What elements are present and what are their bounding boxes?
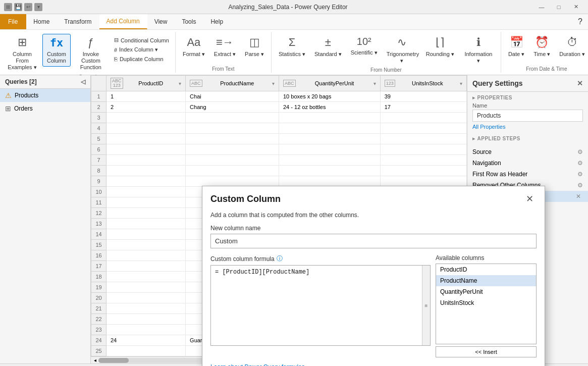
tab-add-column[interactable]: Add Column bbox=[99, 14, 147, 29]
statistics-button[interactable]: Σ Statistics ▾ bbox=[275, 34, 309, 60]
scroll-left-arrow[interactable]: ◂ bbox=[92, 357, 98, 363]
title-bar: ⊞ 💾 ↩ ▾ Analyzing_Sales_Data - Power Que… bbox=[0, 0, 588, 14]
all-properties-link[interactable]: All Properties bbox=[472, 124, 583, 130]
scientific-button[interactable]: 10² Scientific ▾ bbox=[347, 34, 382, 58]
help-icon-btn[interactable]: ? bbox=[573, 14, 588, 29]
available-cols-list[interactable]: ProductIDProductNameQuantityPerUnitUnits… bbox=[436, 264, 537, 344]
date-button[interactable]: 📅 Date ▾ bbox=[504, 34, 528, 60]
save-icon[interactable]: 💾 bbox=[14, 3, 22, 11]
parse-button[interactable]: ◫ Parse ▾ bbox=[241, 34, 268, 60]
step-item-source[interactable]: Source⚙ bbox=[467, 146, 588, 158]
minimize-button[interactable]: — bbox=[533, 2, 550, 12]
sidebar-collapse-btn[interactable]: ◁ bbox=[81, 78, 85, 85]
duration-label: Duration ▾ bbox=[559, 51, 585, 58]
rounding-icon: ⌊⌉ bbox=[436, 36, 445, 49]
properties-section: PROPERTIES Name All Properties bbox=[467, 92, 588, 133]
trig-icon: ∿ bbox=[397, 36, 406, 49]
tab-view[interactable]: View bbox=[147, 14, 175, 29]
sidebar-item-products[interactable]: ⚠ Products bbox=[0, 89, 90, 102]
modal-header: Custom Column ✕ bbox=[202, 186, 545, 207]
information-icon: ℹ bbox=[476, 36, 480, 49]
custom-column-button[interactable]: fx CustomColumn bbox=[42, 34, 71, 67]
parse-icon: ◫ bbox=[249, 36, 260, 49]
sidebar: Queries [2] ◁ ⚠ Products ⊞ Orders bbox=[0, 75, 91, 363]
step-gear-icon[interactable]: ⚙ bbox=[577, 148, 583, 155]
maximize-button[interactable]: □ bbox=[551, 2, 567, 12]
available-col-item-unitsinstock[interactable]: UnitsInStock bbox=[436, 297, 536, 308]
properties-title: PROPERTIES bbox=[472, 95, 583, 100]
rounding-button[interactable]: ⌊⌉ Rounding ▾ bbox=[422, 34, 458, 60]
step-item-navigation[interactable]: Navigation⚙ bbox=[467, 158, 588, 169]
orders-table-icon: ⊞ bbox=[5, 104, 11, 113]
modal-overlay: Custom Column ✕ Add a column that is com… bbox=[91, 75, 467, 355]
sidebar-item-orders[interactable]: ⊞ Orders bbox=[0, 102, 90, 115]
column-from-examples-button[interactable]: ⊞ Column FromExamples ▾ bbox=[3, 34, 41, 73]
formula-scroll-handle[interactable]: ≡ bbox=[422, 266, 430, 345]
scroll-thumb[interactable] bbox=[98, 358, 129, 363]
query-name-input[interactable] bbox=[472, 110, 583, 122]
app-icon: ⊞ bbox=[4, 3, 12, 11]
sidebar-title: Queries [2] bbox=[5, 78, 37, 85]
query-settings-close-btn[interactable]: ✕ bbox=[577, 79, 583, 87]
ribbon-group-from-number: Σ Statistics ▾ ± Standard ▾ 10² Scientif… bbox=[272, 32, 501, 73]
formula-editor[interactable]: = [ProductID][ProductName] bbox=[211, 266, 430, 345]
trigonometry-button[interactable]: ∿ Trigonometry ▾ bbox=[383, 34, 421, 66]
standard-icon: ± bbox=[325, 36, 331, 49]
ribbon-content: ⊞ Column FromExamples ▾ fx CustomColumn … bbox=[0, 29, 588, 75]
new-column-name-input[interactable] bbox=[210, 234, 537, 248]
index-column-button[interactable]: # Index Column ▾ bbox=[111, 45, 172, 54]
modal-footer-row: Learn about Power Query formulas bbox=[210, 363, 537, 366]
from-text-group-label: From Text bbox=[212, 65, 234, 73]
modal-close-button[interactable]: ✕ bbox=[523, 192, 537, 205]
window-controls: — □ ✕ bbox=[533, 2, 584, 12]
index-col-icon: # bbox=[114, 47, 117, 53]
ribbon: File Home Transform Add Column View Tool… bbox=[0, 14, 588, 75]
time-button[interactable]: ⏰ Time ▾ bbox=[529, 34, 554, 60]
learn-link[interactable]: Learn about Power Query formulas bbox=[210, 363, 305, 366]
formula-section: Custom column formula ⓘ = [ProductID][Pr… bbox=[210, 254, 537, 357]
duration-button[interactable]: ⏱ Duration ▾ bbox=[555, 34, 588, 60]
extract-label: Extract ▾ bbox=[214, 51, 236, 58]
available-col-item-quantityperunit[interactable]: QuantityPerUnit bbox=[436, 286, 536, 297]
invoke-custom-function-button[interactable]: ƒ Invoke CustomFunction bbox=[72, 34, 110, 73]
scientific-label: Scientific ▾ bbox=[351, 49, 378, 56]
tab-transform[interactable]: Transform bbox=[57, 14, 99, 29]
available-col-item-productid[interactable]: ProductID bbox=[436, 264, 536, 275]
insert-button[interactable]: << Insert bbox=[436, 346, 537, 357]
tab-home[interactable]: Home bbox=[26, 14, 57, 29]
custom-column-icon: fx bbox=[50, 36, 64, 49]
applied-steps-title: APPLIED STEPS bbox=[472, 136, 583, 141]
products-warn-icon: ⚠ bbox=[5, 91, 12, 99]
formula-info-icon[interactable]: ⓘ bbox=[277, 254, 283, 263]
available-col-item-productname[interactable]: ProductName bbox=[436, 275, 536, 286]
formula-editor-wrap: = [ProductID][ProductName] ≡ bbox=[210, 265, 431, 346]
extract-icon: ≡→ bbox=[216, 36, 234, 49]
step-label: Navigation bbox=[472, 160, 577, 167]
applied-steps-section: APPLIED STEPS bbox=[467, 133, 588, 146]
step-delete-icon[interactable]: ✕ bbox=[576, 193, 581, 200]
step-gear-icon[interactable]: ⚙ bbox=[577, 171, 583, 178]
information-button[interactable]: ℹ Information ▾ bbox=[459, 34, 498, 66]
standard-button[interactable]: ± Standard ▾ bbox=[310, 34, 346, 60]
step-gear-icon[interactable]: ⚙ bbox=[577, 160, 583, 167]
step-gear-icon[interactable]: ⚙ bbox=[577, 182, 583, 189]
tab-tools[interactable]: Tools bbox=[175, 14, 203, 29]
tab-help[interactable]: Help bbox=[203, 14, 231, 29]
step-item-first-row-as-header[interactable]: First Row as Header⚙ bbox=[467, 169, 588, 180]
from-number-buttons: Σ Statistics ▾ ± Standard ▾ 10² Scientif… bbox=[275, 32, 498, 66]
standard-label: Standard ▾ bbox=[314, 51, 342, 58]
close-button[interactable]: ✕ bbox=[568, 2, 584, 12]
conditional-column-button[interactable]: ⊟ Conditional Column bbox=[111, 36, 172, 44]
format-button[interactable]: Aa Format ▾ bbox=[179, 34, 209, 60]
custom-column-dialog: Custom Column ✕ Add a column that is com… bbox=[202, 186, 545, 366]
date-label: Date ▾ bbox=[508, 51, 524, 58]
from-datetime-group-label: From Date & Time bbox=[526, 65, 567, 73]
sidebar-header: Queries [2] ◁ bbox=[0, 75, 90, 89]
undo-icon[interactable]: ↩ bbox=[24, 3, 32, 11]
extract-button[interactable]: ≡→ Extract ▾ bbox=[210, 34, 240, 60]
duplicate-column-button[interactable]: ⎘ Duplicate Column bbox=[111, 55, 172, 63]
from-text-buttons: Aa Format ▾ ≡→ Extract ▾ ◫ Parse ▾ bbox=[179, 32, 268, 65]
tab-file[interactable]: File bbox=[0, 14, 26, 29]
more-icon[interactable]: ▾ bbox=[34, 3, 42, 11]
formula-label: Custom column formula ⓘ bbox=[210, 254, 431, 263]
